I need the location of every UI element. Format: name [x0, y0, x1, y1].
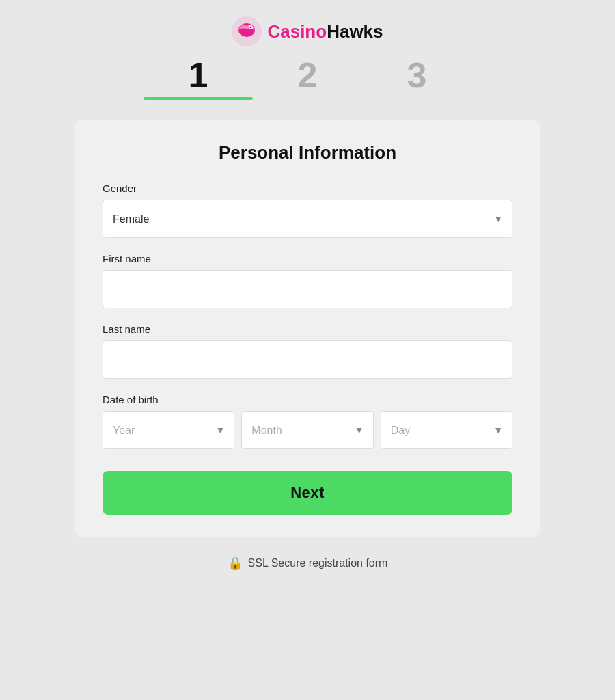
svg-point-1: [238, 23, 255, 37]
form-title: Personal Information: [102, 142, 512, 163]
next-button[interactable]: Next: [102, 471, 512, 515]
gender-select-wrapper: Female Male Other ▼: [102, 200, 512, 238]
step-3-underline: [362, 97, 472, 100]
last-name-label: Last name: [102, 323, 512, 335]
ssl-notice: 🔒 SSL Secure registration form: [228, 556, 388, 571]
step-2[interactable]: 2: [253, 57, 362, 100]
first-name-input[interactable]: [102, 270, 512, 308]
last-name-input[interactable]: [102, 340, 512, 379]
form-card: Personal Information Gender Female Male …: [75, 120, 540, 537]
gender-field-group: Gender Female Male Other ▼: [102, 183, 512, 238]
step-3-number: 3: [407, 57, 427, 93]
year-select-wrapper: Year 2005 2000 1990 1980 1970 ▼: [102, 411, 234, 449]
steps-container: 1 2 3: [144, 57, 472, 100]
dob-field-group: Date of birth Year 2005 2000 1990 1980 1…: [102, 394, 512, 449]
gender-label: Gender: [102, 183, 512, 194]
step-3[interactable]: 3: [362, 57, 472, 100]
last-name-field-group: Last name: [102, 323, 512, 379]
dob-row: Year 2005 2000 1990 1980 1970 ▼ Month Ja…: [102, 411, 512, 449]
first-name-label: First name: [102, 253, 512, 265]
step-2-number: 2: [298, 57, 318, 93]
logo-icon: [232, 16, 262, 46]
dob-label: Date of birth: [102, 394, 512, 405]
svg-point-3: [250, 27, 252, 29]
step-1[interactable]: 1: [144, 57, 253, 100]
step-2-underline: [253, 97, 362, 100]
year-select[interactable]: Year 2005 2000 1990 1980 1970: [102, 411, 234, 449]
page-container: CasinoHawks 1 2 3 Personal Information G…: [0, 0, 615, 700]
day-select[interactable]: Day 1 2 15 31: [381, 411, 512, 449]
ssl-text: SSL Secure registration form: [248, 557, 388, 569]
step-1-number: 1: [189, 57, 208, 93]
day-select-wrapper: Day 1 2 15 31 ▼: [381, 411, 512, 449]
first-name-field-group: First name: [102, 253, 512, 308]
gender-select[interactable]: Female Male Other: [102, 200, 512, 238]
month-select[interactable]: Month January February March April May J…: [241, 411, 373, 449]
logo-area: CasinoHawks: [232, 0, 383, 46]
logo-text: CasinoHawks: [267, 21, 383, 42]
month-select-wrapper: Month January February March April May J…: [241, 411, 373, 449]
step-1-underline: [144, 97, 253, 100]
lock-icon: 🔒: [228, 556, 243, 571]
